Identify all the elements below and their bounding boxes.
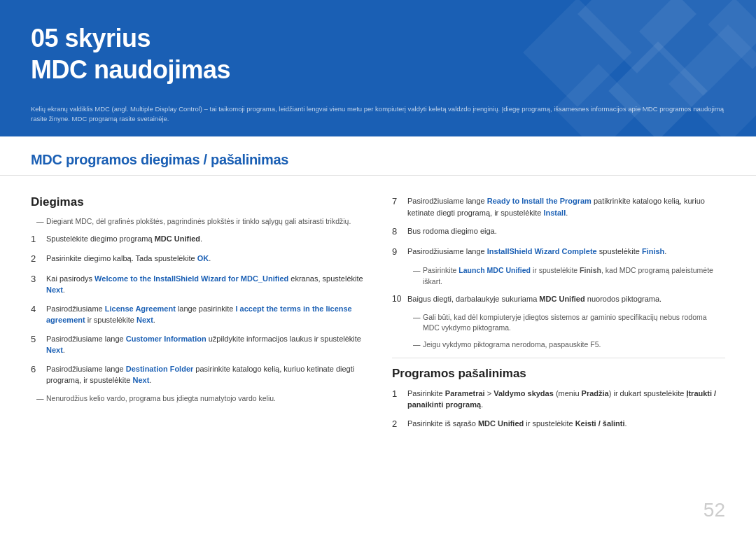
list-item: 5 Pasirodžiusiame lange Customer Informa… bbox=[31, 333, 364, 356]
subsection-pasalinimas: Programos pašalinimas bbox=[392, 367, 725, 381]
accept-link: I accept the terms in the license agreem… bbox=[46, 304, 352, 325]
dash-note-path: — Nenurodžius kelio vardo, programa bus … bbox=[31, 393, 364, 405]
next-link: Next bbox=[46, 286, 63, 294]
header-content: 05 skyrius MDC naudojimas bbox=[0, 0, 756, 85]
chapter-number: 05 skyrius bbox=[31, 22, 725, 54]
item-number: 8 bbox=[392, 225, 407, 239]
next-link3: Next bbox=[46, 346, 63, 354]
dash-note-f5: — Jeigu vykdymo piktograma nerodoma, pas… bbox=[407, 339, 725, 351]
item-text: Pasirodžiusiame lange Customer Informati… bbox=[46, 333, 364, 356]
list-item: 8 Bus rodoma diegimo eiga. bbox=[392, 225, 725, 239]
item-text: Pasirodžiusiame lange Destination Folder… bbox=[46, 363, 364, 386]
list-item: 3 Kai pasirodys Welcome to the InstallSh… bbox=[31, 273, 364, 296]
item-number: 6 bbox=[31, 363, 46, 377]
item-number: 1 bbox=[31, 232, 46, 246]
header-description: Kelių ekranų valdiklis MDC (angl. Multip… bbox=[31, 104, 725, 125]
subsection-diegimas: Diegimas bbox=[31, 195, 364, 209]
license-link: License Agreement bbox=[105, 304, 176, 313]
section-title-container: MDC programos diegimas / pašalinimas bbox=[0, 136, 756, 168]
item-text: Pasirodžiusiame lange InstallShield Wiza… bbox=[407, 246, 725, 258]
item-number: 2 bbox=[31, 252, 46, 266]
item-text: Kai pasirodys Welcome to the InstallShie… bbox=[46, 273, 364, 296]
dash-note-graphics: — Diegiant MDC, dėl grafinės plokštės, p… bbox=[31, 216, 364, 227]
main-content: Diegimas — Diegiant MDC, dėl grafinės pl… bbox=[0, 176, 756, 451]
item-number: 4 bbox=[31, 302, 46, 316]
wizard-complete-link: InstallShield Wizard Complete bbox=[487, 247, 597, 255]
item-text: Baigus diegti, darbalaukyje sukuriama MD… bbox=[407, 293, 725, 305]
launch-mdc-link: Launch MDC Unified bbox=[458, 266, 531, 274]
param-bold: Parametrai bbox=[445, 389, 485, 398]
list-item: 7 Pasirodžiusiame lange Ready to Install… bbox=[392, 195, 725, 218]
list-item: 2 Pasirinkite iš sąrašo MDC Unified ir s… bbox=[392, 418, 725, 431]
ready-link: Ready to Install the Program bbox=[487, 197, 592, 205]
list-item: 1 Pasirinkite Parametrai > Valdymo skyda… bbox=[392, 388, 725, 411]
list-item: 9 Pasirodžiusiame lange InstallShield Wi… bbox=[392, 246, 725, 259]
list-item: 6 Pasirodžiusiame lange Destination Fold… bbox=[31, 363, 364, 386]
dash-note-text2: Nenurodžius kelio vardo, programa bus įd… bbox=[46, 393, 364, 405]
valdymo-bold: Valdymo skydas bbox=[493, 389, 554, 398]
left-column: Diegimas — Diegiant MDC, dėl grafinės pl… bbox=[31, 195, 364, 437]
dash-icon: — bbox=[413, 312, 423, 323]
keisti-bold: Keisti / šalinti bbox=[575, 419, 625, 428]
list-item: 4 Pasirodžiusiame License Agreement lang… bbox=[31, 303, 364, 326]
list-item: 2 Pasirinkite diegimo kalbą. Tada spuste… bbox=[31, 253, 364, 266]
item-text: Pasirodžiusiame lange Ready to Install t… bbox=[407, 195, 725, 218]
customer-info-link: Customer Information bbox=[126, 335, 206, 343]
install-link: Install bbox=[543, 209, 566, 217]
section-title: MDC programos diegimas / pašalinimas bbox=[31, 152, 725, 168]
dash-note-spec: — Gali būti, kad dėl kompiuteryje įdiegt… bbox=[407, 312, 725, 335]
page-number: 52 bbox=[704, 499, 725, 521]
wizard-link: Welcome to the InstallShield Wizard for … bbox=[94, 274, 288, 283]
list-item: 10 Baigus diegti, darbalaukyje sukuriama… bbox=[392, 293, 725, 305]
list-item: 1 Spustelėkite diegimo programą MDC Unif… bbox=[31, 233, 364, 246]
dash-icon: — bbox=[413, 339, 423, 351]
dash-icon: — bbox=[413, 265, 423, 276]
finish-link: Finish bbox=[642, 247, 664, 255]
dash-icon: — bbox=[36, 393, 46, 405]
dash-icon: — bbox=[36, 216, 46, 227]
next-link2: Next bbox=[136, 316, 153, 324]
ok-link: OK bbox=[197, 254, 209, 262]
finish-bold: Finish bbox=[580, 266, 601, 274]
item-number: 1 bbox=[392, 387, 407, 401]
chapter-name: MDC naudojimas bbox=[31, 54, 725, 85]
dash-note-launch: — Pasirinkite Launch MDC Unified ir spus… bbox=[407, 265, 725, 288]
item-text: Bus rodoma diegimo eiga. bbox=[407, 225, 725, 237]
dash-note-text4: Gali būti, kad dėl kompiuteryje įdiegtos… bbox=[423, 312, 725, 335]
mdc-unified-bold: MDC Unified bbox=[539, 295, 584, 303]
item-text: Pasirinkite Parametrai > Valdymo skydas … bbox=[407, 388, 725, 411]
page-header: 05 skyrius MDC naudojimas Kelių ekranų v… bbox=[0, 0, 756, 136]
dest-folder-link: Destination Folder bbox=[126, 365, 194, 373]
dash-note-text: Diegiant MDC, dėl grafinės plokštės, pag… bbox=[46, 216, 364, 227]
mdc-unified-bold2: MDC Unified bbox=[478, 419, 524, 428]
pradzia-bold: Pradžia bbox=[582, 389, 609, 398]
item-text: Pasirinkite iš sąrašo MDC Unified ir spu… bbox=[407, 418, 725, 430]
mdc-unified-label: MDC Unified bbox=[155, 234, 200, 243]
dash-note-text3: Pasirinkite Launch MDC Unified ir spuste… bbox=[423, 265, 725, 288]
item-number: 10 bbox=[392, 293, 407, 305]
chapter-title: 05 skyrius MDC naudojimas bbox=[31, 22, 725, 85]
item-number: 5 bbox=[31, 332, 46, 346]
next-link4: Next bbox=[133, 376, 150, 384]
subsection-divider bbox=[392, 358, 725, 358]
dash-note-text5: Jeigu vykdymo piktograma nerodoma, paspa… bbox=[423, 339, 725, 351]
item-text: Pasirodžiusiame License Agreement lange … bbox=[46, 303, 364, 326]
item-text: Spustelėkite diegimo programą MDC Unifie… bbox=[46, 233, 364, 245]
item-text: Pasirinkite diegimo kalbą. Tada spustelė… bbox=[46, 253, 364, 265]
right-column: 7 Pasirodžiusiame lange Ready to Install… bbox=[392, 195, 725, 437]
item-number: 2 bbox=[392, 417, 407, 431]
item-number: 3 bbox=[31, 272, 46, 286]
item-number: 9 bbox=[392, 245, 407, 259]
item-number: 7 bbox=[392, 195, 407, 209]
